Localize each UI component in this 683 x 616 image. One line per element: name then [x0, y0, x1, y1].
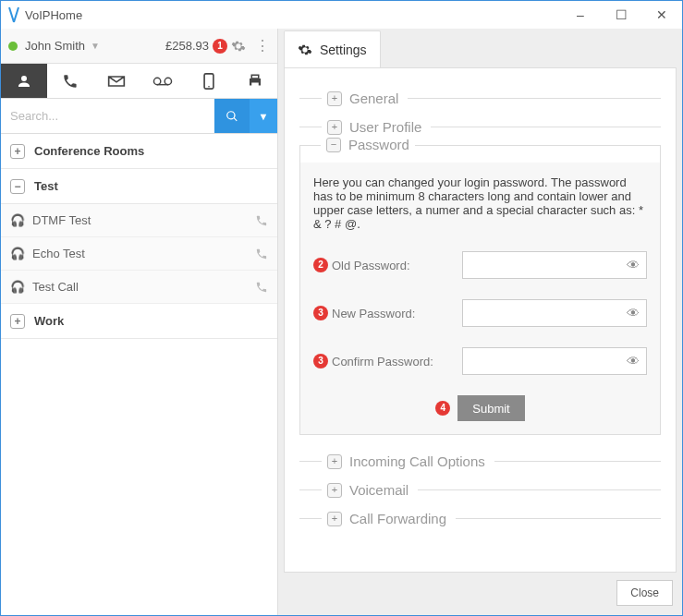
search-bar: ▼ [1, 99, 277, 134]
field-label-text: Old Password: [332, 259, 410, 272]
maximize-button[interactable]: ☐ [601, 1, 641, 29]
field-label-text: Confirm Password: [332, 355, 433, 368]
section-user-profile[interactable]: + User Profile [299, 119, 661, 135]
close-button[interactable]: Close [616, 580, 673, 606]
password-description: Here you can changed your login password… [313, 175, 647, 231]
gear-icon [298, 42, 312, 57]
app-logo-icon [8, 6, 19, 23]
confirm-password-input[interactable] [462, 347, 647, 375]
expand-icon: + [327, 120, 342, 135]
section-title: Call Forwarding [349, 511, 446, 526]
app-title: VoIPHome [25, 8, 82, 22]
balance-label: £258.93 [165, 39, 209, 53]
section-password: − Password Here you can changed your log… [299, 145, 661, 435]
phone-icon[interactable] [255, 248, 268, 260]
expand-icon: + [10, 314, 25, 329]
voicemail-icon [152, 76, 173, 87]
section-voicemail[interactable]: + Voicemail [299, 482, 661, 498]
field-old-password: 2 Old Password: 👁 [313, 251, 647, 279]
phone-icon[interactable] [255, 214, 268, 227]
user-bar: John Smith ▼ £258.93 1 ⋮ [1, 29, 277, 64]
group-conference-rooms[interactable]: + Conference Rooms [1, 134, 277, 169]
tab-voicemail[interactable] [140, 64, 186, 98]
expand-icon: + [327, 91, 342, 106]
contact-groups: + Conference Rooms − Test 🎧 DTMF Test 🎧 [1, 134, 277, 339]
section-call-forwarding[interactable]: + Call Forwarding [299, 511, 661, 526]
svg-rect-7 [251, 82, 259, 87]
field-label-text: New Password: [332, 307, 415, 320]
window-close-button[interactable]: ✕ [641, 1, 682, 29]
annotation-badge-1: 1 [213, 39, 227, 54]
group-label: Conference Rooms [34, 144, 144, 158]
contact-label: Test Call [32, 280, 79, 294]
contact-row[interactable]: 🎧 Echo Test [1, 237, 277, 271]
submit-button[interactable]: Submit [457, 395, 524, 421]
window-controls: – ☐ ✕ [560, 1, 682, 29]
collapse-icon: − [10, 179, 25, 194]
mobile-icon [203, 73, 214, 90]
old-password-input[interactable] [462, 251, 647, 279]
eye-icon[interactable]: 👁 [627, 258, 640, 272]
titlebar: VoIPHome – ☐ ✕ [1, 1, 682, 29]
new-password-input[interactable] [462, 299, 647, 327]
mail-icon [107, 75, 126, 88]
nav-tabs [1, 64, 277, 99]
user-name[interactable]: John Smith [25, 39, 85, 53]
headset-icon: 🎧 [10, 247, 25, 260]
group-test[interactable]: − Test [1, 169, 277, 204]
minimize-button[interactable]: – [560, 1, 601, 29]
expand-icon: + [327, 512, 342, 526]
svg-point-4 [208, 85, 210, 87]
presence-indicator-icon [8, 42, 18, 51]
headset-icon: 🎧 [10, 280, 25, 294]
contact-row[interactable]: 🎧 Test Call [1, 271, 277, 304]
phone-icon [62, 73, 79, 90]
tab-contacts[interactable] [1, 64, 47, 98]
section-title: Voicemail [349, 482, 409, 498]
tab-fax[interactable] [232, 64, 278, 98]
settings-tabstrip: Settings [278, 29, 682, 67]
svg-point-1 [165, 78, 171, 84]
section-title: Incoming Call Options [349, 453, 485, 469]
section-title: User Profile [349, 119, 421, 135]
phone-icon[interactable] [255, 281, 268, 294]
expand-icon: + [327, 454, 342, 469]
eye-icon[interactable]: 👁 [627, 306, 640, 320]
svg-rect-6 [251, 75, 259, 79]
tab-mobile[interactable] [186, 64, 232, 98]
field-new-password: 3 New Password: 👁 [313, 299, 647, 327]
search-filter-dropdown[interactable]: ▼ [250, 99, 277, 133]
annotation-badge-2: 2 [313, 258, 328, 272]
settings-body[interactable]: + General + User Profile − Passw [284, 67, 677, 573]
tab-settings[interactable]: Settings [284, 30, 381, 67]
svg-point-0 [153, 78, 160, 84]
tab-label: Settings [320, 42, 367, 57]
app-window: VoIPHome – ☐ ✕ John Smith ▼ £258.93 1 ⋮ [0, 0, 683, 616]
group-label: Test [34, 179, 58, 193]
contact-label: DTMF Test [32, 213, 91, 227]
collapse-icon[interactable]: − [326, 138, 341, 152]
contact-label: Echo Test [32, 247, 85, 260]
group-work[interactable]: + Work [1, 304, 277, 339]
contact-row[interactable]: 🎧 DTMF Test [1, 204, 277, 237]
search-input[interactable] [1, 99, 214, 133]
tab-messages[interactable] [93, 64, 140, 98]
chevron-down-icon: ▼ [259, 111, 269, 122]
main-panel: Settings + General + User Profile [278, 29, 682, 615]
chevron-down-icon[interactable]: ▼ [91, 41, 100, 51]
eye-icon[interactable]: 👁 [627, 354, 640, 368]
more-icon[interactable]: ⋮ [255, 37, 270, 54]
search-button[interactable] [214, 99, 250, 133]
tab-calls[interactable] [47, 64, 93, 98]
section-title: Password [348, 137, 409, 152]
section-general[interactable]: + General [299, 91, 661, 106]
section-incoming-call-options[interactable]: + Incoming Call Options [299, 453, 661, 469]
headset-icon: 🎧 [10, 213, 25, 227]
gear-icon[interactable] [231, 39, 246, 54]
fax-icon [247, 73, 263, 90]
annotation-badge-3: 3 [313, 306, 328, 320]
annotation-badge-3b: 3 [313, 354, 328, 368]
section-title: General [349, 91, 398, 106]
sidebar: John Smith ▼ £258.93 1 ⋮ [1, 29, 278, 615]
expand-icon: + [327, 483, 342, 498]
